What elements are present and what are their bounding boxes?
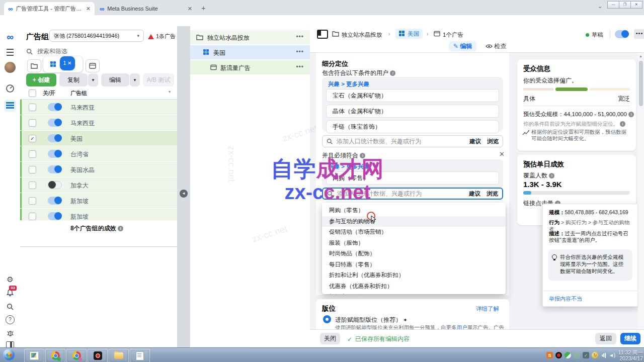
adsets-tab-active[interactable]: 1 ✕ <box>43 56 83 72</box>
menu-icon[interactable] <box>4 46 16 58</box>
tray-green-icon[interactable] <box>565 352 571 358</box>
scroll-thumb[interactable] <box>639 61 643 106</box>
tray-shield-icon[interactable]: ✓ <box>583 352 589 358</box>
row-checkbox[interactable]: ✓ <box>29 119 36 127</box>
tab-close-icon[interactable]: ✕ <box>86 6 91 12</box>
tree-item-ad[interactable]: 新流量广告 ••• <box>190 60 310 74</box>
tab-close-icon[interactable]: ✕ <box>188 6 192 12</box>
search-filter-input[interactable]: 搜索和筛选 <box>26 47 67 56</box>
minimize-button[interactable]: — <box>607 1 619 9</box>
more-options-icon[interactable]: ••• <box>296 48 304 55</box>
suggest-link[interactable]: 建议 <box>469 190 480 198</box>
info-icon[interactable]: i <box>628 112 634 117</box>
table-row[interactable]: ✓ 加拿大 <box>20 177 177 193</box>
duplicate-button[interactable]: 复制 <box>59 73 88 86</box>
table-row[interactable]: ✓ 美国 <box>20 131 177 146</box>
row-checkbox[interactable]: ✓ <box>29 135 36 142</box>
taskbar-chrome-2[interactable] <box>66 349 87 362</box>
row-checkbox[interactable]: ✓ <box>29 150 36 158</box>
targeting-search-input-focused[interactable]: 添加人口统计数据、兴趣或行为 建议 浏览 <box>322 188 503 200</box>
continue-button[interactable]: 继续 <box>620 333 640 344</box>
browser-tab[interactable]: ∞ Meta Business Suite ✕ <box>96 2 196 15</box>
dropdown-item[interactable]: 网购（零售） <box>322 205 506 216</box>
tray-icon-s[interactable]: S <box>546 352 553 358</box>
tray-volume-icon[interactable]: ◄) <box>609 352 615 358</box>
info-icon[interactable]: i <box>620 121 625 127</box>
table-row[interactable]: ✓ 马来西亚 <box>20 115 177 131</box>
more-options-button[interactable]: ••• <box>634 29 644 39</box>
ads-reporting-gauge-icon[interactable] <box>4 82 16 95</box>
campaigns-folder-tab[interactable] <box>27 59 41 72</box>
interest-path-link[interactable]: 兴趣 > 更多兴趣 <box>328 80 369 88</box>
user-avatar[interactable] <box>4 61 16 73</box>
tray-record-icon[interactable] <box>555 352 562 358</box>
taskbar-notepad[interactable] <box>130 349 150 362</box>
col-name[interactable]: 广告组 <box>70 89 87 97</box>
adset-filter-count-pill[interactable]: 1 ✕ <box>59 56 76 71</box>
row-checkbox[interactable]: ✓ <box>29 104 36 111</box>
table-row[interactable]: ✓ 美国水晶 <box>20 162 177 177</box>
remove-narrow-icon[interactable]: ✕ <box>499 150 505 158</box>
adset-name[interactable]: 马来西亚 <box>70 104 95 112</box>
row-checkbox[interactable]: ✓ <box>29 197 36 205</box>
browse-link[interactable]: 浏览 <box>487 190 498 198</box>
ads-tab[interactable] <box>86 59 100 72</box>
placement-radio-selected[interactable] <box>323 315 331 323</box>
select-all-checkbox[interactable] <box>29 89 36 97</box>
adset-name[interactable]: 马来西亚 <box>70 119 95 128</box>
scrollbar[interactable]: ▲ <box>638 53 644 329</box>
onoff-toggle[interactable] <box>48 181 62 189</box>
adset-name[interactable]: 美国 <box>70 135 83 143</box>
interest-path-link[interactable]: 兴趣 > 更多兴趣 <box>328 163 369 170</box>
tree-item-adset-selected[interactable]: 美国 ••• <box>190 45 310 59</box>
table-row[interactable]: ✓ 台湾省 <box>20 146 177 162</box>
dropdown-item[interactable]: 促销活动（市场营销） <box>322 227 506 238</box>
create-button[interactable]: + 创建 <box>26 73 56 86</box>
back-button[interactable]: 返回 <box>595 333 616 344</box>
start-button[interactable] <box>3 349 15 361</box>
taskbar-chrome-1[interactable] <box>45 349 65 362</box>
breadcrumb-ad[interactable]: 1个广告 <box>443 31 463 39</box>
close-button[interactable]: 关闭 <box>320 333 340 344</box>
row-checkbox[interactable]: ✓ <box>29 182 36 189</box>
info-icon[interactable]: i <box>360 153 365 158</box>
adset-name[interactable]: 台湾省 <box>70 150 89 159</box>
info-icon[interactable]: i <box>549 173 554 178</box>
dropdown-item[interactable]: 参与互动的购物者 <box>322 216 506 227</box>
tree-item-campaign[interactable]: 独立站水晶投放 ••• <box>190 30 310 44</box>
learn-more-link[interactable]: 详细了解 <box>476 305 499 313</box>
dropdown-item[interactable]: 折扣店（零售） <box>322 292 506 294</box>
dropdown-item[interactable]: 折扣和让利（优惠券和折扣） <box>322 270 506 281</box>
onoff-toggle[interactable] <box>48 150 62 158</box>
edit-button[interactable]: 编辑 <box>101 73 129 86</box>
more-options-icon[interactable]: ••• <box>296 33 304 40</box>
row-checkbox[interactable]: ✓ <box>29 166 36 173</box>
interest-pill[interactable]: 手链（珠宝首饰） <box>326 120 499 133</box>
close-window-button[interactable]: ✕ <box>630 1 642 9</box>
tray-network-icon[interactable] <box>601 352 607 358</box>
adset-name[interactable]: 美国水晶 <box>70 166 95 174</box>
taskbar-explorer[interactable] <box>109 349 129 362</box>
tab-review[interactable]: 检查 <box>481 41 511 51</box>
tray-coin-icon[interactable]: ↻ <box>592 352 598 358</box>
row-checkbox[interactable]: ✓ <box>29 213 36 220</box>
table-row[interactable]: ✓ 新加坡 <box>20 193 177 209</box>
account-dropdown[interactable]: 张弛 (2758014694419946) ▾ <box>49 30 144 42</box>
onoff-toggle[interactable] <box>48 212 62 220</box>
info-icon[interactable]: i <box>118 226 123 231</box>
collapse-arrow-button[interactable]: ◂ <box>180 190 188 198</box>
interest-pill[interactable]: 晶体（金属和矿物） <box>326 105 499 118</box>
settings-gear-icon[interactable]: ⚙ <box>4 274 16 286</box>
tab-edit[interactable]: ✎ 编辑 <box>449 41 476 51</box>
ad-name[interactable]: 新流量广告 <box>220 64 251 72</box>
chevron-down-icon[interactable]: ⌄ <box>598 3 602 10</box>
duplicate-caret[interactable]: ▾ <box>88 73 98 86</box>
scroll-up-arrow[interactable]: ▲ <box>639 54 642 58</box>
campaigns-table-icon[interactable] <box>4 100 16 112</box>
warning-indicator[interactable]: 1条广告 <box>148 33 179 40</box>
interest-pill[interactable]: 宝石（金属和矿物） <box>326 89 499 102</box>
onoff-toggle[interactable] <box>48 165 62 173</box>
help-icon[interactable]: ? <box>4 314 16 326</box>
onoff-toggle[interactable] <box>48 197 62 205</box>
taskbar-paint-app[interactable] <box>24 349 44 362</box>
